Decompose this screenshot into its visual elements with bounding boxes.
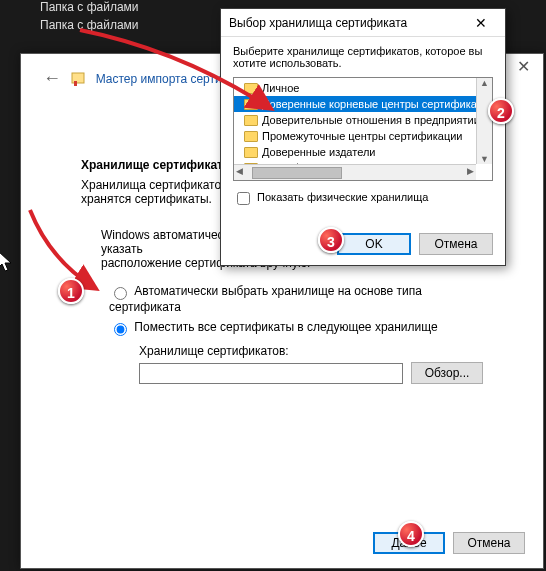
section-desc: хранятся сертификаты.	[81, 192, 212, 206]
tree-item-label: Личное	[262, 82, 299, 94]
tree-item[interactable]: Доверительные отношения в предприятии	[234, 112, 492, 128]
tree-item[interactable]: Доверенные корневые центры сертификации	[234, 96, 492, 112]
cursor-icon	[0, 250, 15, 277]
folder-icon	[244, 83, 258, 94]
folder-icon	[244, 147, 258, 158]
tree-item-label: Доверенные издатели	[262, 146, 375, 158]
tree-item[interactable]: Промежуточные центры сертификации	[234, 128, 492, 144]
radio-auto-row[interactable]: Автоматически выбрать хранилище на основ…	[109, 284, 483, 314]
scrollbar-horizontal[interactable]	[234, 164, 476, 180]
back-arrow-icon[interactable]: ←	[43, 68, 61, 89]
annotation-marker-2: 2	[488, 98, 514, 124]
radio-auto[interactable]	[114, 287, 127, 300]
show-physical-checkbox[interactable]	[237, 192, 250, 205]
cancel-button[interactable]: Отмена	[419, 233, 493, 255]
tree-item-label: Доверительные отношения в предприятии	[262, 114, 480, 126]
ok-button[interactable]: OK	[337, 233, 411, 255]
scrollbar-vertical[interactable]	[476, 78, 492, 164]
dialog-instruction: Выберите хранилище сертификатов, которое…	[233, 45, 493, 69]
tree-item-label: Промежуточные центры сертификации	[262, 130, 462, 142]
certificate-icon	[70, 71, 86, 87]
dialog-title: Выбор хранилища сертификата	[229, 9, 407, 37]
close-icon[interactable]: ✕	[503, 54, 543, 82]
svg-rect-0	[72, 73, 84, 83]
folder-icon	[244, 99, 258, 110]
folder-icon	[244, 115, 258, 126]
show-physical-label: Показать физические хранилища	[257, 191, 428, 203]
close-icon[interactable]: ✕	[465, 9, 497, 37]
annotation-marker-3: 3	[318, 227, 344, 253]
radio-auto-label: Автоматически выбрать хранилище на основ…	[109, 284, 422, 314]
tree-item[interactable]: Личное	[234, 80, 492, 96]
browse-button[interactable]: Обзор...	[411, 362, 483, 384]
tree-item-label: Доверенные корневые центры сертификации	[262, 98, 493, 110]
show-physical-row[interactable]: Показать физические хранилища	[233, 189, 493, 208]
store-input[interactable]	[139, 363, 403, 384]
radio-place-label: Поместить все сертификаты в следующее хр…	[134, 320, 437, 334]
radio-place-row[interactable]: Поместить все сертификаты в следующее хр…	[109, 320, 483, 336]
store-tree: ЛичноеДоверенные корневые центры сертифи…	[233, 77, 493, 181]
svg-rect-1	[74, 81, 77, 86]
radio-place[interactable]	[114, 323, 127, 336]
annotation-marker-1: 1	[58, 278, 84, 304]
tree-item[interactable]: Доверенные издатели	[234, 144, 492, 160]
annotation-marker-4: 4	[398, 521, 424, 547]
store-select-dialog: Выбор хранилища сертификата ✕ Выберите х…	[220, 8, 506, 266]
folder-icon	[244, 131, 258, 142]
store-label: Хранилище сертификатов:	[139, 344, 483, 358]
cancel-button[interactable]: Отмена	[453, 532, 525, 554]
